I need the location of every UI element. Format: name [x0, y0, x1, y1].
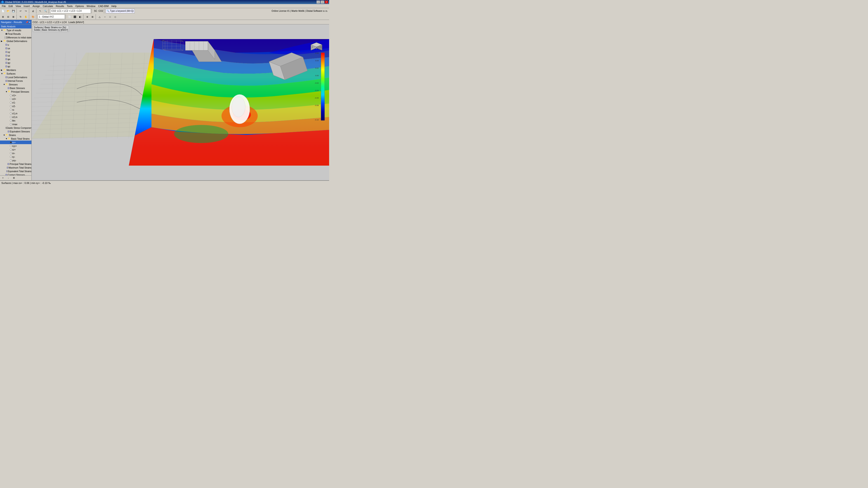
- nav-item-13[interactable]: Local Deformations: [0, 75, 31, 79]
- nav-item-20[interactable]: σ1-: [0, 101, 31, 104]
- nav-item-37[interactable]: Principal Total Strains: [0, 162, 31, 166]
- nav-item-18[interactable]: σ1+: [0, 94, 31, 97]
- snap-btn-2[interactable]: ○: [102, 14, 107, 19]
- nav-item-30[interactable]: ▼📁Basic Total Strains: [0, 137, 31, 140]
- nav-item-12[interactable]: ▼📁Surfaces: [0, 72, 31, 75]
- nav-radio-32[interactable]: [10, 145, 12, 147]
- nav-item-7[interactable]: uz: [0, 54, 31, 57]
- nav-item-1[interactable]: Final Results: [0, 32, 31, 36]
- nav-add-btn[interactable]: +: [0, 175, 5, 181]
- nav-expand-icon-15[interactable]: ▼: [3, 84, 5, 86]
- menu-item-calculate[interactable]: Calculate: [41, 4, 55, 8]
- snap-btn-4[interactable]: ◇: [113, 14, 118, 19]
- nav-item-27[interactable]: Elastic Stress Components: [0, 126, 31, 130]
- menu-item-window[interactable]: Window: [85, 4, 97, 8]
- menu-item-assign[interactable]: Assign: [31, 4, 41, 8]
- nav-item-15[interactable]: ▼📁Stresses: [0, 83, 31, 86]
- nav-item-6[interactable]: uy: [0, 50, 31, 54]
- view-btn-3[interactable]: ⊠: [11, 14, 16, 19]
- menu-item-edit[interactable]: Edit: [7, 4, 14, 8]
- nav-item-29[interactable]: ▼📁Strains: [0, 133, 31, 137]
- nav-item-28[interactable]: Equivalent Stresses: [0, 130, 31, 133]
- menu-item-help[interactable]: Help: [110, 4, 118, 8]
- nav-item-5[interactable]: ux: [0, 46, 31, 50]
- nav-expand-icon-11[interactable]: ▶: [1, 69, 3, 71]
- menu-item-insert[interactable]: Insert: [22, 4, 31, 8]
- pan-btn[interactable]: ✋: [23, 14, 28, 19]
- snap-btn-1[interactable]: △: [97, 14, 102, 19]
- nav-item-22[interactable]: τc: [0, 108, 31, 111]
- nav-expand-icon-30[interactable]: ▼: [5, 138, 8, 140]
- snap-btn-3[interactable]: □: [107, 14, 113, 19]
- nav-radio-34[interactable]: [10, 152, 12, 154]
- nav-item-10[interactable]: φz: [0, 65, 31, 68]
- rotate-btn[interactable]: ↻: [18, 14, 23, 19]
- nav-expand-icon-0[interactable]: ▼: [1, 29, 3, 31]
- redo-button[interactable]: ↪: [23, 8, 28, 13]
- nav-item-31[interactable]: εx+: [0, 140, 31, 144]
- nav-item-16[interactable]: Basic Stresses: [0, 86, 31, 90]
- nav-item-32[interactable]: εyy+: [0, 144, 31, 148]
- nav-item-36[interactable]: γxy-: [0, 159, 31, 162]
- nav-item-3[interactable]: ▶📁Global Deformations: [0, 39, 31, 43]
- grid-btn[interactable]: ⊞: [90, 14, 95, 19]
- nav-item-24[interactable]: σ2,m: [0, 115, 31, 119]
- nav-item-8[interactable]: φx: [0, 57, 31, 61]
- nav-radio-22[interactable]: [10, 109, 12, 111]
- nav-radio-35[interactable]: [10, 156, 12, 158]
- navigator-content[interactable]: ▼📁Type of resultsFinal ResultsDifference…: [0, 29, 31, 175]
- nav-radio-25[interactable]: [10, 120, 12, 122]
- transparency-btn[interactable]: ◧: [78, 14, 83, 19]
- nav-item-26[interactable]: τmax: [0, 123, 31, 126]
- nav-item-4[interactable]: u: [0, 43, 31, 46]
- nav-radio-33[interactable]: [10, 149, 12, 151]
- nav-radio-18[interactable]: [10, 94, 12, 96]
- nav-item-0[interactable]: ▼📁Type of results: [0, 29, 31, 32]
- menu-item-options[interactable]: Options: [74, 4, 85, 8]
- nav-radio-23[interactable]: [10, 112, 12, 114]
- nav-item-40[interactable]: Contact Stresses: [0, 173, 31, 175]
- nav-radio-36[interactable]: [10, 160, 12, 161]
- nav-close-icon[interactable]: ✕: [29, 21, 31, 24]
- nav-expand-icon-17[interactable]: ▼: [5, 91, 8, 93]
- nav-item-35[interactable]: εy-: [0, 155, 31, 159]
- nav-radio-26[interactable]: [10, 123, 12, 125]
- render-btn[interactable]: 🎨: [31, 14, 35, 19]
- nav-item-33[interactable]: εz+: [0, 148, 31, 151]
- view-btn-1[interactable]: ⊞: [0, 14, 5, 19]
- nav-radio-1[interactable]: [5, 33, 7, 35]
- nav-radio-20[interactable]: [10, 102, 12, 103]
- nav-item-38[interactable]: Maximum Total Strains: [0, 166, 31, 169]
- nav-item-2[interactable]: Differences to initial state: [0, 36, 31, 39]
- select-button[interactable]: ↖: [38, 8, 43, 13]
- menu-item-tools[interactable]: Tools: [65, 4, 74, 8]
- maximize-button[interactable]: □: [320, 0, 324, 4]
- nav-radio-31[interactable]: [10, 141, 12, 143]
- nav-item-21[interactable]: σ2-: [0, 104, 31, 108]
- menu-item-cad-bim[interactable]: CAD-BIM: [97, 4, 110, 8]
- nav-item-23[interactable]: σ1,m: [0, 111, 31, 115]
- print-button[interactable]: 🖨: [31, 8, 35, 13]
- minimize-button[interactable]: ─: [316, 0, 320, 4]
- nav-item-34[interactable]: εx-: [0, 151, 31, 155]
- nav-pin-icon[interactable]: 📌: [26, 21, 28, 24]
- new-button[interactable]: 📄: [0, 8, 5, 13]
- nav-item-14[interactable]: Internal Forces: [0, 79, 31, 83]
- keyword-search[interactable]: 🔍 Type a keyword (Alt+Q): [105, 9, 135, 13]
- solid-btn[interactable]: ⬛: [72, 14, 77, 19]
- load-combo-label[interactable]: CO2: LC1 + LC2 + LC3 + LC4: [50, 9, 91, 13]
- nav-item-11[interactable]: ▶📁Members: [0, 68, 31, 72]
- menu-item-view[interactable]: View: [14, 4, 22, 8]
- nav-expand-icon-12[interactable]: ▼: [1, 72, 3, 75]
- nav-item-19[interactable]: σ2+: [0, 97, 31, 101]
- menu-item-file[interactable]: File: [0, 4, 7, 8]
- nav-radio-19[interactable]: [10, 98, 12, 100]
- nav-item-39[interactable]: Equivalent Total Strains: [0, 169, 31, 173]
- zoom-button[interactable]: 🔍: [43, 8, 48, 13]
- undo-button[interactable]: ↩: [18, 8, 23, 13]
- nav-radio-2[interactable]: [4, 37, 6, 38]
- menu-item-results[interactable]: Results: [55, 4, 66, 8]
- view-combo-label[interactable]: 1 - Global XYZ: [38, 14, 65, 19]
- nav-radio-24[interactable]: [10, 116, 12, 118]
- save-button[interactable]: 💾: [11, 8, 16, 13]
